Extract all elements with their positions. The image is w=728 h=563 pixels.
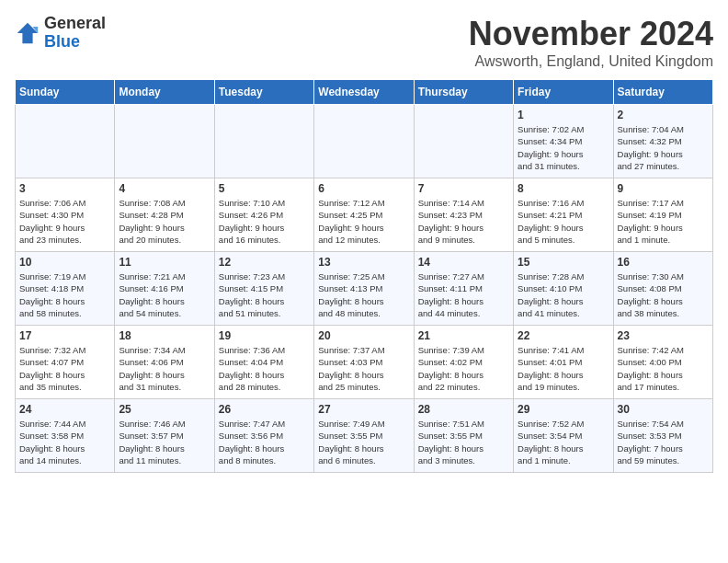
day-number: 5 xyxy=(219,182,310,195)
day-number: 11 xyxy=(119,256,210,269)
day-number: 9 xyxy=(618,182,709,195)
calendar-cell: 8Sunrise: 7:16 AM Sunset: 4:21 PM Daylig… xyxy=(514,178,613,252)
calendar-week-2: 3Sunrise: 7:06 AM Sunset: 4:30 PM Daylig… xyxy=(16,178,713,252)
calendar-cell: 17Sunrise: 7:32 AM Sunset: 4:07 PM Dayli… xyxy=(16,326,115,399)
calendar-cell xyxy=(414,105,513,178)
day-number: 27 xyxy=(318,403,409,416)
day-number: 17 xyxy=(19,329,110,342)
calendar-cell: 2Sunrise: 7:04 AM Sunset: 4:32 PM Daylig… xyxy=(613,105,712,178)
calendar-cell xyxy=(115,105,214,178)
day-info: Sunrise: 7:32 AM Sunset: 4:07 PM Dayligh… xyxy=(19,344,110,393)
calendar-cell: 22Sunrise: 7:41 AM Sunset: 4:01 PM Dayli… xyxy=(514,326,613,399)
calendar-cell: 10Sunrise: 7:19 AM Sunset: 4:18 PM Dayli… xyxy=(16,252,115,326)
day-info: Sunrise: 7:04 AM Sunset: 4:32 PM Dayligh… xyxy=(618,123,709,172)
day-number: 6 xyxy=(318,182,409,195)
calendar-cell: 5Sunrise: 7:10 AM Sunset: 4:26 PM Daylig… xyxy=(214,178,313,252)
day-info: Sunrise: 7:41 AM Sunset: 4:01 PM Dayligh… xyxy=(518,344,609,393)
day-number: 21 xyxy=(418,329,509,342)
page-header: General Blue November 2024 Awsworth, Eng… xyxy=(15,15,713,70)
col-monday: Monday xyxy=(115,80,214,105)
day-info: Sunrise: 7:54 AM Sunset: 3:53 PM Dayligh… xyxy=(618,418,709,466)
day-info: Sunrise: 7:19 AM Sunset: 4:18 PM Dayligh… xyxy=(19,270,110,319)
month-title: November 2024 xyxy=(469,15,713,53)
day-info: Sunrise: 7:34 AM Sunset: 4:06 PM Dayligh… xyxy=(119,344,210,393)
calendar-cell: 23Sunrise: 7:42 AM Sunset: 4:00 PM Dayli… xyxy=(613,326,712,399)
day-info: Sunrise: 7:02 AM Sunset: 4:34 PM Dayligh… xyxy=(518,123,609,172)
day-info: Sunrise: 7:47 AM Sunset: 3:56 PM Dayligh… xyxy=(219,418,310,466)
day-number: 15 xyxy=(518,256,609,269)
col-tuesday: Tuesday xyxy=(214,80,313,105)
day-number: 22 xyxy=(518,329,609,342)
day-info: Sunrise: 7:44 AM Sunset: 3:58 PM Dayligh… xyxy=(19,418,110,466)
calendar-cell: 19Sunrise: 7:36 AM Sunset: 4:04 PM Dayli… xyxy=(214,326,313,399)
day-number: 18 xyxy=(119,329,210,342)
day-number: 8 xyxy=(518,182,609,195)
day-info: Sunrise: 7:51 AM Sunset: 3:55 PM Dayligh… xyxy=(418,418,509,466)
day-info: Sunrise: 7:06 AM Sunset: 4:30 PM Dayligh… xyxy=(19,197,110,246)
calendar-week-3: 10Sunrise: 7:19 AM Sunset: 4:18 PM Dayli… xyxy=(16,252,713,326)
svg-marker-0 xyxy=(17,23,38,43)
calendar-cell xyxy=(314,105,414,178)
day-info: Sunrise: 7:42 AM Sunset: 4:00 PM Dayligh… xyxy=(618,344,709,393)
day-info: Sunrise: 7:21 AM Sunset: 4:16 PM Dayligh… xyxy=(119,270,210,319)
day-number: 14 xyxy=(418,256,509,269)
logo-text: General Blue xyxy=(44,15,106,52)
calendar-cell: 9Sunrise: 7:17 AM Sunset: 4:19 PM Daylig… xyxy=(613,178,712,252)
day-number: 30 xyxy=(618,403,709,416)
day-number: 3 xyxy=(19,182,110,195)
calendar-cell: 4Sunrise: 7:08 AM Sunset: 4:28 PM Daylig… xyxy=(115,178,214,252)
day-number: 23 xyxy=(618,329,709,342)
calendar-table: Sunday Monday Tuesday Wednesday Thursday… xyxy=(15,79,713,473)
calendar-cell: 3Sunrise: 7:06 AM Sunset: 4:30 PM Daylig… xyxy=(16,178,115,252)
day-info: Sunrise: 7:39 AM Sunset: 4:02 PM Dayligh… xyxy=(418,344,509,393)
day-number: 1 xyxy=(518,109,609,121)
calendar-cell: 20Sunrise: 7:37 AM Sunset: 4:03 PM Dayli… xyxy=(314,326,414,399)
calendar-cell: 21Sunrise: 7:39 AM Sunset: 4:02 PM Dayli… xyxy=(414,326,513,399)
calendar-cell: 29Sunrise: 7:52 AM Sunset: 3:54 PM Dayli… xyxy=(514,399,613,473)
col-thursday: Thursday xyxy=(414,80,513,105)
day-info: Sunrise: 7:14 AM Sunset: 4:23 PM Dayligh… xyxy=(418,197,509,246)
title-block: November 2024 Awsworth, England, United … xyxy=(469,15,713,70)
col-friday: Friday xyxy=(514,80,613,105)
day-info: Sunrise: 7:28 AM Sunset: 4:10 PM Dayligh… xyxy=(518,270,609,319)
calendar-cell: 6Sunrise: 7:12 AM Sunset: 4:25 PM Daylig… xyxy=(314,178,414,252)
calendar-cell: 30Sunrise: 7:54 AM Sunset: 3:53 PM Dayli… xyxy=(613,399,712,473)
col-sunday: Sunday xyxy=(16,80,115,105)
day-info: Sunrise: 7:36 AM Sunset: 4:04 PM Dayligh… xyxy=(219,344,310,393)
day-info: Sunrise: 7:10 AM Sunset: 4:26 PM Dayligh… xyxy=(219,197,310,246)
day-info: Sunrise: 7:27 AM Sunset: 4:11 PM Dayligh… xyxy=(418,270,509,319)
calendar-cell: 24Sunrise: 7:44 AM Sunset: 3:58 PM Dayli… xyxy=(16,399,115,473)
day-info: Sunrise: 7:49 AM Sunset: 3:55 PM Dayligh… xyxy=(318,418,409,466)
location-subtitle: Awsworth, England, United Kingdom xyxy=(469,53,713,70)
calendar-cell: 25Sunrise: 7:46 AM Sunset: 3:57 PM Dayli… xyxy=(115,399,214,473)
day-number: 20 xyxy=(318,329,409,342)
calendar-cell: 15Sunrise: 7:28 AM Sunset: 4:10 PM Dayli… xyxy=(514,252,613,326)
day-number: 28 xyxy=(418,403,509,416)
calendar-cell: 26Sunrise: 7:47 AM Sunset: 3:56 PM Dayli… xyxy=(214,399,313,473)
day-info: Sunrise: 7:12 AM Sunset: 4:25 PM Dayligh… xyxy=(318,197,409,246)
calendar-cell: 1Sunrise: 7:02 AM Sunset: 4:34 PM Daylig… xyxy=(514,105,613,178)
col-saturday: Saturday xyxy=(613,80,712,105)
day-number: 16 xyxy=(618,256,709,269)
calendar-cell: 14Sunrise: 7:27 AM Sunset: 4:11 PM Dayli… xyxy=(414,252,513,326)
day-info: Sunrise: 7:25 AM Sunset: 4:13 PM Dayligh… xyxy=(318,270,409,319)
calendar-cell: 28Sunrise: 7:51 AM Sunset: 3:55 PM Dayli… xyxy=(414,399,513,473)
calendar-week-4: 17Sunrise: 7:32 AM Sunset: 4:07 PM Dayli… xyxy=(16,326,713,399)
day-number: 26 xyxy=(219,403,310,416)
day-info: Sunrise: 7:17 AM Sunset: 4:19 PM Dayligh… xyxy=(618,197,709,246)
calendar-cell xyxy=(214,105,313,178)
calendar-body: 1Sunrise: 7:02 AM Sunset: 4:34 PM Daylig… xyxy=(16,105,713,473)
calendar-week-5: 24Sunrise: 7:44 AM Sunset: 3:58 PM Dayli… xyxy=(16,399,713,473)
calendar-cell xyxy=(16,105,115,178)
day-number: 25 xyxy=(119,403,210,416)
day-number: 24 xyxy=(19,403,110,416)
day-info: Sunrise: 7:30 AM Sunset: 4:08 PM Dayligh… xyxy=(618,270,709,319)
day-info: Sunrise: 7:37 AM Sunset: 4:03 PM Dayligh… xyxy=(318,344,409,393)
calendar-cell: 12Sunrise: 7:23 AM Sunset: 4:15 PM Dayli… xyxy=(214,252,313,326)
calendar-cell: 18Sunrise: 7:34 AM Sunset: 4:06 PM Dayli… xyxy=(115,326,214,399)
day-number: 2 xyxy=(618,109,709,121)
header-row: Sunday Monday Tuesday Wednesday Thursday… xyxy=(16,80,713,105)
day-info: Sunrise: 7:08 AM Sunset: 4:28 PM Dayligh… xyxy=(119,197,210,246)
logo: General Blue xyxy=(15,15,106,52)
calendar-cell: 11Sunrise: 7:21 AM Sunset: 4:16 PM Dayli… xyxy=(115,252,214,326)
